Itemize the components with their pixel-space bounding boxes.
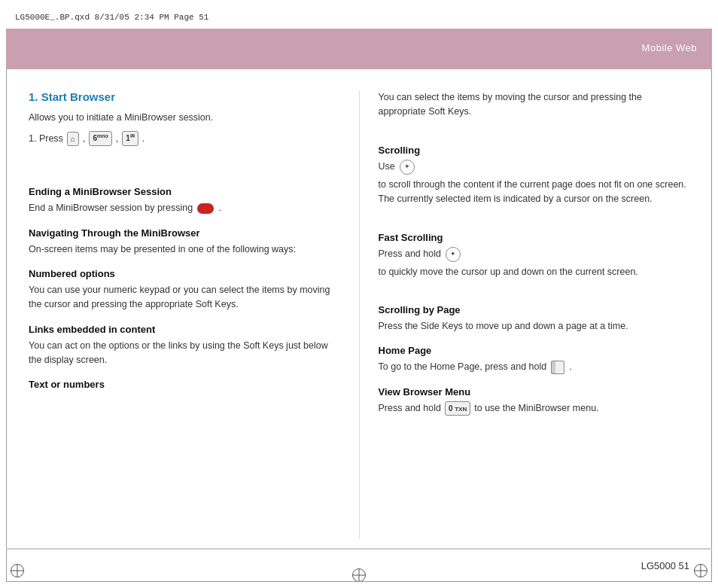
section-ending: Ending a MiniBrowser Session End a MiniB… xyxy=(29,186,340,215)
nav-scroll-icon xyxy=(400,160,415,175)
ending-body: End a MiniBrowser session by pressing . xyxy=(29,201,340,215)
section-scrolling: Scrolling Use to scroll through the cont… xyxy=(379,145,690,207)
right-column: You can select the items by moving the c… xyxy=(360,90,690,539)
header-band: Mobile Web xyxy=(6,29,712,66)
phonebook-icon xyxy=(551,361,564,374)
home-page-prefix: To go to the Home Page, press and hold xyxy=(379,360,547,374)
section-fast-scrolling: Fast Scrolling Press and hold to quickly… xyxy=(379,232,690,279)
browser-menu-prefix: Press and hold xyxy=(379,401,441,416)
step-text: 1. Press xyxy=(29,132,63,146)
header-title: Mobile Web xyxy=(642,42,697,53)
scrolling-rest: to scroll through the content if the cur… xyxy=(379,178,690,207)
scrolling-title: Scrolling xyxy=(379,145,690,156)
home-key-icon: ⌂ xyxy=(67,132,79,147)
spacer-r3 xyxy=(379,285,690,293)
fast-scrolling-title: Fast Scrolling xyxy=(379,232,690,243)
comma-1: , xyxy=(83,132,85,146)
section-home-page: Home Page To go to the Home Page, press … xyxy=(379,345,690,374)
nav-fast-scroll-icon xyxy=(446,247,461,262)
print-header: LG5000E_.BP.qxd 8/31/05 2:34 PM Page 51 xyxy=(6,6,712,29)
browser-menu-title: View Browser Menu xyxy=(379,386,690,398)
section-start-browser: 1. Start Browser Allows you to initiate … xyxy=(29,90,340,146)
left-column: 1. Start Browser Allows you to initiate … xyxy=(29,90,359,539)
header-stripe xyxy=(6,66,712,69)
comma-2: , xyxy=(116,132,118,146)
section-browser-menu: View Browser Menu Press and hold 0 TXN t… xyxy=(379,386,690,416)
fast-scroll-rest: to quickly move the cursor up and down o… xyxy=(379,265,638,279)
start-browser-body: Allows you to initiate a MiniBrowser ses… xyxy=(29,111,340,125)
scrolling-body: Use to scroll through the content if the… xyxy=(379,160,690,207)
spacer1 xyxy=(29,152,340,163)
numbered-options-title: Numbered options xyxy=(29,268,340,279)
section-scroll-page: Scrolling by Page Press the Side Keys to… xyxy=(379,304,690,334)
numbered-options-body: You can use your numeric keypad or you c… xyxy=(29,283,340,312)
one-key-icon: 1✉ xyxy=(122,131,138,146)
ending-text: End a MiniBrowser session by pressing xyxy=(29,201,193,215)
ending-title: Ending a MiniBrowser Session xyxy=(29,186,340,197)
scrolling-use: Use xyxy=(379,160,395,174)
six-key-icon: 6mno xyxy=(89,131,111,146)
ending-period: . xyxy=(218,201,221,215)
spacer-r2 xyxy=(379,213,690,221)
links-embedded-body: You can act on the options or the links … xyxy=(29,339,340,368)
scroll-page-title: Scrolling by Page xyxy=(379,304,690,315)
links-embedded-title: Links embedded in content xyxy=(29,324,340,335)
content-area: 1. Start Browser Allows you to initiate … xyxy=(6,75,712,547)
end-call-icon xyxy=(197,203,214,214)
section-title-start-browser: 1. Start Browser xyxy=(29,90,340,103)
footer-page-info: LG5000 51 xyxy=(641,560,689,571)
scroll-page-body: Press the Side Keys to move up and down … xyxy=(379,319,690,334)
text-numbers-body: You can select the items by moving the c… xyxy=(379,90,690,120)
footer-bar: LG5000 51 xyxy=(6,548,712,582)
browser-menu-body: Press and hold 0 TXN to use the MiniBrow… xyxy=(379,401,690,416)
home-page-body: To go to the Home Page, press and hold . xyxy=(379,360,690,374)
fast-scroll-press: Press and hold xyxy=(379,247,441,261)
navigating-title: Navigating Through the MiniBrowser xyxy=(29,227,340,239)
print-info-text: LG5000E_.BP.qxd 8/31/05 2:34 PM Page 51 xyxy=(15,13,208,22)
start-browser-step: 1. Press ⌂ , 6mno , 1✉ . xyxy=(29,131,340,146)
home-page-suffix: . xyxy=(569,360,571,374)
spacer-r1 xyxy=(379,126,690,133)
browser-menu-suffix: to use the MiniBrowser menu. xyxy=(474,401,598,416)
period-1: . xyxy=(142,132,145,146)
spacer2 xyxy=(29,163,340,175)
text-numbers-title: Text or numbers xyxy=(29,379,340,390)
navigating-body: On-screen items may be presented in one … xyxy=(29,242,340,257)
home-page-title: Home Page xyxy=(379,345,690,356)
section-navigating: Navigating Through the MiniBrowser On-sc… xyxy=(29,227,340,391)
zero-key-icon: 0 TXN xyxy=(445,401,470,416)
fast-scrolling-body: Press and hold to quickly move the curso… xyxy=(379,247,690,279)
